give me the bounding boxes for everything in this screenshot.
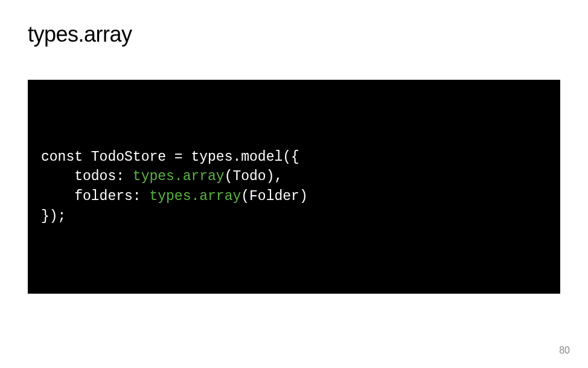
page-number: 80 — [559, 345, 570, 356]
code-text: folders: — [41, 189, 149, 204]
code-text: (Todo), — [225, 169, 283, 184]
code-highlight: types.array — [149, 189, 241, 204]
code-block: const TodoStore = types.model({ todos: t… — [28, 80, 560, 294]
code-content: const TodoStore = types.model({ todos: t… — [41, 147, 547, 227]
code-text: const TodoStore = types.model({ — [41, 149, 299, 165]
code-highlight: types.array — [133, 169, 225, 184]
code-text: (Folder) — [241, 189, 307, 204]
code-text: todos: — [41, 169, 133, 184]
code-text: }); — [41, 208, 66, 224]
slide-title: types.array — [28, 22, 560, 47]
slide-container: types.array const TodoStore = types.mode… — [0, 0, 588, 368]
